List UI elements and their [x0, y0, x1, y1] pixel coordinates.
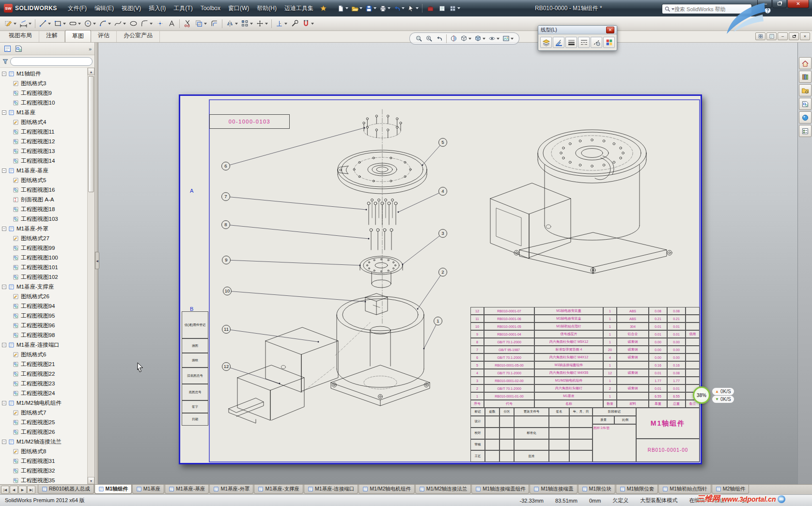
line-button[interactable]: [37, 18, 52, 30]
tree-view-node[interactable]: 工程图视图12: [0, 137, 87, 146]
move-button[interactable]: [254, 18, 269, 30]
view-palette-button[interactable]: [799, 98, 812, 110]
tree-view-node[interactable]: 工程图视图9: [0, 88, 87, 98]
filter-funnel-icon[interactable]: [2, 58, 9, 65]
sheet-tab[interactable]: M1限位块: [578, 485, 615, 494]
sheet-tab[interactable]: M1/M2轴电机组件: [359, 485, 415, 494]
tree-expander-icon[interactable]: −: [2, 343, 6, 347]
tree-format-node[interactable]: 图纸格式3: [0, 78, 87, 88]
menu-item[interactable]: 文件(F): [64, 2, 91, 15]
tree-view-node[interactable]: 工程图视图14: [0, 156, 87, 166]
command-tab[interactable]: 办公室产品: [117, 30, 160, 42]
tree-format-node[interactable]: 图纸格式8: [0, 446, 87, 456]
line-style-button[interactable]: [578, 37, 590, 48]
tree-view-node[interactable]: 工程图视图103: [0, 214, 87, 224]
doc-restore-button[interactable]: [789, 32, 799, 40]
circle-button[interactable]: [82, 18, 97, 30]
tree-view-node[interactable]: 工程图视图99: [0, 243, 87, 253]
trim-button[interactable]: [182, 18, 193, 30]
tree-expander-icon[interactable]: −: [2, 440, 6, 444]
scroll-up-arrow[interactable]: ▲: [88, 68, 94, 75]
grid-button[interactable]: [448, 2, 462, 14]
mirror-button[interactable]: [224, 18, 239, 30]
search-box[interactable]: [662, 4, 752, 14]
snap-button[interactable]: [300, 18, 315, 30]
sheet-tab[interactable]: M1基座: [132, 485, 165, 494]
tree-expander-icon[interactable]: −: [2, 227, 6, 231]
sheet-tab[interactable]: M1基座-基座: [165, 485, 209, 494]
tree-scrollbar[interactable]: ▲ ▼: [87, 68, 94, 484]
spline-button[interactable]: [112, 18, 127, 30]
tree-view-node[interactable]: 工程图视图18: [0, 204, 87, 214]
tree-view-node[interactable]: 工程图视图16: [0, 185, 87, 195]
file-explorer-button[interactable]: [799, 84, 812, 96]
tree-format-node[interactable]: 图纸格式27: [0, 233, 87, 243]
dimension-button[interactable]: [18, 18, 33, 30]
print-button[interactable]: [378, 2, 392, 14]
hide-items-button[interactable]: [487, 34, 501, 44]
tree-view-node[interactable]: 工程图视图102: [0, 272, 87, 282]
design-library-button[interactable]: [799, 71, 812, 83]
command-tab[interactable]: 草图: [65, 30, 91, 42]
view-orient-button[interactable]: [459, 34, 473, 44]
minimize-button[interactable]: —: [757, 0, 772, 8]
sheet-tab[interactable]: M1基座-外罩: [209, 485, 253, 494]
tree-view-node[interactable]: 工程图视图94: [0, 301, 87, 311]
sheet-nav-last-button[interactable]: ▶|: [27, 486, 35, 494]
tree-sheet-node[interactable]: −M1基座-基座: [0, 166, 87, 175]
tree-view-node[interactable]: 工程图视图35: [0, 475, 87, 484]
offset-button[interactable]: [208, 18, 220, 30]
relations-button[interactable]: [274, 18, 289, 30]
document-icon-button[interactable]: [766, 32, 777, 40]
addin-star-icon-button[interactable]: [317, 2, 329, 14]
convert-button[interactable]: [193, 18, 208, 30]
open-button[interactable]: [350, 2, 364, 14]
sheet-tab[interactable]: M2轴组件: [712, 485, 749, 494]
tree-view-node[interactable]: 工程图视图101: [0, 262, 87, 272]
section-button[interactable]: [449, 34, 459, 44]
maximize-button[interactable]: [772, 0, 787, 8]
tree-view-node[interactable]: 工程图视图98: [0, 330, 87, 340]
slot-button[interactable]: [67, 18, 82, 30]
pattern-button[interactable]: [239, 18, 254, 30]
panel-collapse-button[interactable]: ◀: [95, 252, 99, 269]
menu-item[interactable]: 工具(T): [170, 2, 196, 15]
tree-view-node[interactable]: 工程图视图32: [0, 466, 87, 475]
sketch-button[interactable]: [3, 18, 18, 30]
prev-view-button[interactable]: [434, 34, 444, 44]
tree-sheet-node[interactable]: −M1/M2轴电机组件: [0, 398, 87, 408]
menu-item[interactable]: Toolbox: [197, 3, 224, 14]
tree-format-node[interactable]: 图纸格式26: [0, 291, 87, 301]
custom-props-button[interactable]: [799, 125, 812, 137]
linetype-close-button[interactable]: ✕: [606, 27, 614, 33]
fillet-button[interactable]: [139, 18, 154, 30]
command-tab[interactable]: 视图布局: [2, 30, 39, 42]
menu-item[interactable]: 插入(I): [145, 2, 170, 15]
window-tile-button[interactable]: [755, 32, 765, 40]
sheet-button[interactable]: [436, 2, 448, 14]
drawing-sheet[interactable]: 678910111254321 00-1000-0103 AB 借(通)用件登记…: [179, 94, 702, 464]
text-button[interactable]: [166, 18, 177, 30]
tree-filter-input[interactable]: [10, 57, 93, 66]
tree-expander-icon[interactable]: −: [2, 285, 6, 289]
tree-sheet-node[interactable]: −M1基座-支撑座: [0, 282, 87, 291]
line-thickness-button[interactable]: [565, 37, 577, 48]
tree-expander-icon[interactable]: −: [2, 169, 6, 173]
linetype-palette[interactable]: 线型(L) ✕: [538, 25, 617, 51]
graphics-viewport[interactable]: 678910111254321 00-1000-0103 AB 借(通)用件登记…: [98, 43, 797, 484]
command-tab[interactable]: 评估: [91, 30, 117, 42]
layer-button[interactable]: [540, 37, 552, 48]
sheet-tab[interactable]: M1/M2轴连接法兰: [415, 485, 471, 494]
sheet-tab[interactable]: M1轴初始点指针: [658, 485, 711, 494]
tree-view-node[interactable]: 工程图视图100: [0, 253, 87, 262]
scroll-down-arrow[interactable]: ▼: [88, 477, 94, 484]
menu-item[interactable]: 视图(V): [118, 2, 145, 15]
rect-button[interactable]: [52, 18, 67, 30]
tree-view-node[interactable]: 工程图视图25: [0, 417, 87, 427]
save-button[interactable]: [364, 2, 378, 14]
point-button[interactable]: [154, 18, 166, 30]
command-tab[interactable]: 注解: [39, 30, 65, 42]
tree-sheet-node[interactable]: −M1/M2轴连接法兰: [0, 437, 87, 446]
line-color-button[interactable]: [553, 37, 564, 48]
close-button[interactable]: ✕: [787, 0, 809, 8]
